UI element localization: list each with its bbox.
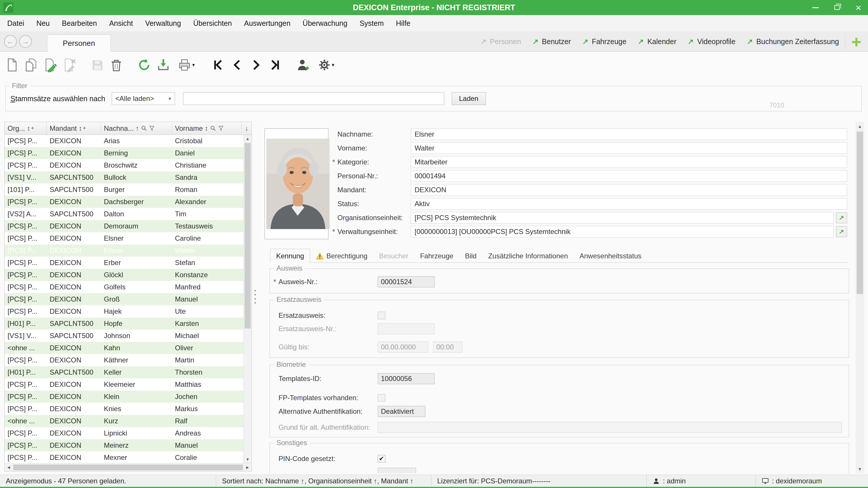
- scrollbar-thumb[interactable]: [245, 143, 251, 328]
- arrow-down-icon[interactable]: ↓: [245, 125, 248, 132]
- scroll-down-icon[interactable]: ▼: [244, 456, 251, 463]
- sort-both-icon[interactable]: ↕: [205, 125, 208, 132]
- person-row[interactable]: [PCS] P... DEXICON Knies Markus: [5, 403, 243, 415]
- quicklink[interactable]: Buchungen Zeiterfassung: [746, 37, 839, 46]
- search-icon[interactable]: [141, 125, 147, 131]
- detail-tab[interactable]: Anwesenheitsstatus: [574, 250, 647, 262]
- pin-code-button[interactable]: [378, 468, 416, 473]
- edit-record-button[interactable]: [41, 55, 60, 75]
- person-row[interactable]: [PCS] P... DEXICON Meinerz Manuel: [5, 439, 243, 452]
- minimize-button[interactable]: [811, 3, 820, 12]
- detail-tab[interactable]: Besucher: [373, 250, 414, 262]
- person-row[interactable]: [VS1] V... SAPCLNT500 Johnson Michael: [5, 330, 243, 342]
- detail-field-value[interactable]: DEXICON: [411, 184, 847, 196]
- quicklink[interactable]: Benutzer: [532, 37, 571, 46]
- scroll-left-icon[interactable]: ◄: [5, 465, 13, 470]
- grid-vertical-scrollbar[interactable]: ▲ ▼: [243, 135, 251, 463]
- person-row[interactable]: [PCS] P... DEXICON Elsner Caroline: [5, 232, 243, 245]
- menu-item[interactable]: System: [353, 15, 390, 31]
- menu-item[interactable]: Übersichten: [187, 15, 238, 31]
- menu-item[interactable]: Auswertungen: [238, 15, 297, 31]
- refresh-button[interactable]: [134, 55, 154, 75]
- quicklink[interactable]: Kalender: [638, 37, 676, 46]
- copy-record-button[interactable]: [22, 55, 41, 75]
- print-menu-caret-icon[interactable]: ▾: [192, 62, 195, 68]
- person-row[interactable]: [PCS] P... DEXICON Groß Manuel: [5, 293, 243, 305]
- sort-both-icon[interactable]: ↕: [79, 125, 82, 132]
- history-forward-button[interactable]: →: [19, 35, 32, 48]
- person-row[interactable]: [PCS] P... DEXICON Arias Cristobal: [5, 135, 243, 147]
- ersatzausweis-checkbox[interactable]: [378, 312, 385, 319]
- nav-last-button[interactable]: [266, 55, 285, 75]
- column-header-vorname[interactable]: Vorname ↕: [172, 122, 242, 134]
- menu-item[interactable]: Verwaltung: [139, 15, 187, 31]
- person-row[interactable]: [PCS] P... DEXICON Berning Daniel: [5, 147, 243, 159]
- search-icon[interactable]: [210, 125, 216, 131]
- person-row[interactable]: [VS1] V... SAPCLNT500 Bullock Sandra: [5, 171, 243, 184]
- person-row[interactable]: [PCS] P... DEXICON Kleemeier Matthias: [5, 379, 243, 391]
- person-row[interactable]: [101] P... SAPCLNT500 Burger Roman: [5, 184, 243, 196]
- save-button[interactable]: [88, 55, 107, 75]
- person-row[interactable]: [PCS] P... DEXICON Mexner Coralie: [5, 452, 243, 463]
- filter-funnel-icon[interactable]: [149, 126, 155, 131]
- fp-templates-checkbox[interactable]: [378, 394, 385, 401]
- person-row[interactable]: [PCS] P... DEXICON Demoraum Testausweis: [5, 220, 243, 232]
- detail-tab[interactable]: Fahrzeuge: [414, 250, 459, 262]
- detail-tab[interactable]: Berechtigung: [310, 250, 373, 262]
- menu-item[interactable]: Hilfe: [390, 15, 416, 31]
- view-settings-button[interactable]: ▾: [313, 55, 339, 75]
- menu-item[interactable]: Neu: [30, 15, 56, 31]
- detail-tab[interactable]: Bild: [459, 250, 483, 262]
- pin-code-checkbox[interactable]: ✔: [378, 455, 385, 462]
- detail-tab[interactable]: Kennung: [270, 249, 310, 263]
- grid-horizontal-scrollbar[interactable]: ◄ ►: [5, 463, 251, 471]
- quicklink[interactable]: Videoprofile: [687, 37, 736, 46]
- person-row[interactable]: [H01] P... SAPCLNT500 Keller Thorsten: [5, 366, 243, 379]
- person-row[interactable]: [PCS] P... DEXICON Hajek Ute: [5, 305, 243, 318]
- detail-field-value[interactable]: [0000000013] [OU00000PCS] PCS Systemtech…: [411, 226, 834, 237]
- ausweis-nr-input[interactable]: 00001524: [378, 276, 435, 287]
- person-row[interactable]: [H01] P... SAPCLNT500 Hopfe Karsten: [5, 318, 243, 330]
- detail-field-value[interactable]: 00001494: [411, 170, 847, 182]
- column-header-org[interactable]: Org... ↕+: [5, 122, 47, 134]
- sort-asc-icon[interactable]: ↑: [136, 125, 139, 132]
- quicklink[interactable]: Personen: [480, 37, 521, 46]
- close-button[interactable]: ×: [854, 3, 863, 12]
- delete-button[interactable]: [107, 55, 126, 75]
- menu-item[interactable]: Ansicht: [103, 15, 139, 31]
- picker-button[interactable]: [836, 226, 847, 237]
- tab-personen[interactable]: Personen: [47, 34, 111, 52]
- person-row[interactable]: <ohne ... DEXICON Kahn Oliver: [5, 342, 243, 354]
- detail-tab[interactable]: Zusätzliche Informationen: [483, 250, 574, 262]
- maximize-button[interactable]: [833, 3, 841, 12]
- filter-search-input[interactable]: [183, 92, 444, 105]
- nav-first-button[interactable]: [208, 55, 227, 75]
- settings-menu-caret-icon[interactable]: ▾: [332, 62, 334, 68]
- menu-item[interactable]: Überwachung: [297, 15, 353, 31]
- templates-id-input[interactable]: 10000056: [378, 373, 435, 384]
- nav-next-button[interactable]: [247, 55, 266, 75]
- nav-previous-button[interactable]: [227, 55, 247, 75]
- detail-field-value[interactable]: Aktiv: [411, 198, 847, 209]
- detail-field-value[interactable]: [PCS] PCS Systemtechnik: [411, 212, 834, 224]
- detail-vertical-scrollbar[interactable]: ▲ ▼: [856, 122, 864, 473]
- scroll-up-icon[interactable]: ▲: [244, 135, 251, 142]
- person-row[interactable]: [PCS] P... DEXICON Lipnicki Andreas: [5, 427, 243, 439]
- menu-item[interactable]: Datei: [1, 15, 30, 31]
- scroll-right-icon[interactable]: ►: [243, 465, 251, 470]
- scroll-up-icon[interactable]: ▲: [856, 122, 864, 130]
- sort-both-icon[interactable]: ↕: [27, 125, 30, 132]
- person-row[interactable]: [PCS] P... DEXICON Käthner Martin: [5, 354, 243, 366]
- quicklink[interactable]: Fahrzeuge: [582, 37, 627, 46]
- filter-mode-select[interactable]: <Alle laden> ▾: [112, 92, 175, 105]
- history-back-button[interactable]: ←: [4, 35, 17, 48]
- person-row[interactable]: [PCS] P... DEXICON Klein Jochen: [5, 391, 243, 403]
- add-view-button[interactable]: [850, 36, 863, 48]
- cancel-edit-button[interactable]: [60, 55, 79, 75]
- menu-item[interactable]: Bearbeiten: [56, 15, 103, 31]
- person-row[interactable]: [PCS] P... DEXICON Glöckl Konstanze: [5, 269, 243, 281]
- picker-button[interactable]: [836, 212, 847, 223]
- detail-field-value[interactable]: Walter: [411, 142, 847, 154]
- import-button[interactable]: [154, 55, 173, 75]
- person-row[interactable]: [PCS] P... DEXICON Broschwitz Christiane: [5, 159, 243, 171]
